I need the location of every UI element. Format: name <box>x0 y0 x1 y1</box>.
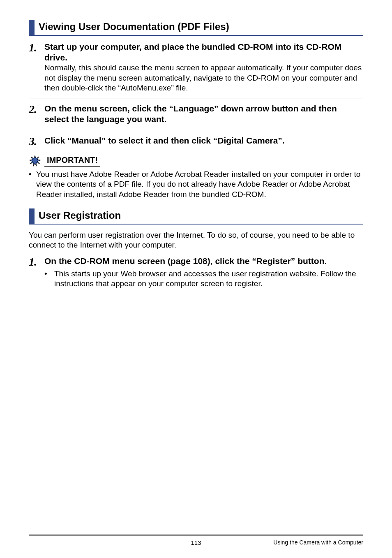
important-callout-header: IMPORTANT! <box>29 155 363 167</box>
step-sub-bullet: • This starts up your Web browser and ac… <box>44 269 363 289</box>
important-label: IMPORTANT! <box>44 155 100 167</box>
step-head: 2. On the menu screen, click the “Langua… <box>29 103 363 125</box>
step-head: 3. Click “Manual” to select it and then … <box>29 135 363 147</box>
starburst-icon <box>29 155 41 167</box>
important-bullet: • You must have Adobe Reader or Adobe Ac… <box>29 169 363 199</box>
footer-rule <box>29 534 363 536</box>
step-divider <box>29 99 363 99</box>
bullet-dot: • <box>29 169 36 199</box>
step-number: 3. <box>29 135 44 147</box>
step-title: On the menu screen, click the “Language”… <box>44 103 363 125</box>
footer-page-number: 113 <box>191 539 201 546</box>
step-3: 3. Click “Manual” to select it and then … <box>29 135 363 147</box>
section-heading-user-reg: User Registration <box>29 208 363 225</box>
step-title: On the CD-ROM menu screen (page 108), cl… <box>44 256 327 266</box>
step-divider <box>29 131 363 131</box>
section-heading-viewing-docs: Viewing User Documentation (PDF Files) <box>29 20 363 36</box>
step-head: 1. On the CD-ROM menu screen (page 108),… <box>29 256 363 268</box>
section-heading-text: Viewing User Documentation (PDF Files) <box>39 20 229 35</box>
section2-step-1: 1. On the CD-ROM menu screen (page 108),… <box>29 256 363 289</box>
section-heading-text: User Registration <box>39 208 121 224</box>
step-title: Click “Manual” to select it and then cli… <box>44 135 285 146</box>
step-number: 2. <box>29 103 44 115</box>
important-body: • You must have Adobe Reader or Adobe Ac… <box>29 169 363 199</box>
section2-intro: You can perform user registration over t… <box>29 230 363 250</box>
footer-section-name: Using the Camera with a Computer <box>273 539 363 546</box>
bullet-dot: • <box>44 269 54 289</box>
page-footer: 113 Using the Camera with a Computer <box>29 534 363 546</box>
step-title: Start up your computer, and place the bu… <box>44 42 363 63</box>
heading-accent-bar <box>29 20 35 35</box>
step-number: 1. <box>29 256 44 268</box>
step-number: 1. <box>29 42 44 53</box>
important-text: You must have Adobe Reader or Adobe Acro… <box>36 169 363 199</box>
heading-accent-bar <box>29 208 35 224</box>
step-1: 1. Start up your computer, and place the… <box>29 42 363 93</box>
step-sub-text: This starts up your Web browser and acce… <box>54 269 363 289</box>
step-2: 2. On the menu screen, click the “Langua… <box>29 103 363 125</box>
step-head: 1. Start up your computer, and place the… <box>29 42 363 63</box>
footer-row: 113 Using the Camera with a Computer <box>29 539 363 546</box>
step-body: Normally, this should cause the menu scr… <box>44 63 363 93</box>
